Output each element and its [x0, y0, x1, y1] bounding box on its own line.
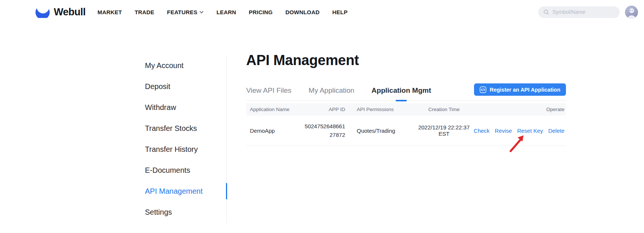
delete-link[interactable]: Delete — [548, 128, 564, 134]
tab-label: Application Mgmt — [372, 86, 431, 94]
webull-crescent-icon — [35, 6, 50, 18]
sidebar-item-transfer-history[interactable]: Transfer History — [145, 139, 226, 160]
cell-api-permissions: Quotes/Trading — [345, 128, 416, 134]
nav-item-help[interactable]: HELP — [332, 9, 348, 15]
search-input[interactable] — [552, 9, 609, 15]
nav-label: PRICING — [249, 9, 273, 15]
check-link[interactable]: Check — [474, 128, 490, 134]
sidebar-item-withdraw[interactable]: Withdraw — [145, 97, 226, 118]
register-button-label: Register an API Application — [490, 87, 560, 93]
sidebar-item-my-account[interactable]: My Account — [145, 55, 226, 76]
nav-item-market[interactable]: MARKET — [97, 9, 122, 15]
nav-label: HELP — [332, 9, 348, 15]
code-icon — [480, 86, 486, 93]
red-annotation-arrow-icon — [507, 132, 529, 153]
sidebar-item-label: E-Documents — [145, 166, 190, 175]
sidebar-item-label: Settings — [145, 208, 172, 217]
sidebar-item-label: Withdraw — [145, 103, 176, 112]
nav-item-pricing[interactable]: PRICING — [249, 9, 273, 15]
top-navigation: Webull MARKET TRADE FEATURES LEARN PRICI… — [0, 0, 644, 24]
sidebar-item-label: Transfer Stocks — [145, 124, 197, 133]
col-app-id: APP ID — [302, 107, 345, 112]
search-icon — [544, 9, 549, 15]
cell-app-id: 502475264866127872 — [302, 122, 345, 140]
content-area: My Account Deposit Withdraw Transfer Sto… — [0, 24, 644, 223]
chevron-down-icon — [199, 11, 204, 13]
col-creation-time: Creation Time — [416, 107, 472, 112]
sidebar-item-label: My Account — [145, 61, 183, 70]
table-row: DemoApp 502475264866127872 Quotes/Tradin… — [246, 116, 566, 146]
tab-my-application[interactable]: My Application — [309, 86, 354, 100]
page-title: API Management — [246, 52, 566, 68]
tab-bar: View API Files My Application Applicatio… — [246, 83, 566, 101]
main-menu: MARKET TRADE FEATURES LEARN PRICING DOWN… — [97, 9, 347, 15]
table-header: Application Name APP ID API Permissions … — [246, 103, 566, 116]
tab-application-mgmt[interactable]: Application Mgmt — [372, 86, 431, 100]
sidebar-item-label: Deposit — [145, 82, 170, 91]
col-operate: Operate — [472, 107, 566, 112]
webull-logo[interactable]: Webull — [35, 6, 86, 18]
reset-key-link[interactable]: Reset Key — [517, 128, 543, 134]
operate-links: Check Revise Reset Key Delete — [474, 128, 564, 134]
sidebar-item-deposit[interactable]: Deposit — [145, 76, 226, 97]
tab-label: View API Files — [246, 86, 291, 94]
api-applications-table: Application Name APP ID API Permissions … — [246, 103, 566, 146]
nav-label: TRADE — [134, 9, 154, 15]
tabs: View API Files My Application Applicatio… — [246, 86, 431, 100]
col-application-name: Application Name — [246, 107, 302, 112]
nav-label: DOWNLOAD — [285, 9, 320, 15]
cell-application-name: DemoApp — [246, 128, 302, 134]
account-sidebar: My Account Deposit Withdraw Transfer Sto… — [145, 55, 227, 223]
tab-label: My Application — [309, 86, 354, 94]
app-id-value: 502475264866127872 — [302, 122, 345, 140]
nav-label: LEARN — [216, 9, 236, 15]
sidebar-item-label: API Management — [145, 187, 203, 196]
tab-view-api-files[interactable]: View API Files — [246, 86, 291, 100]
revise-link[interactable]: Revise — [495, 128, 512, 134]
nav-item-trade[interactable]: TRADE — [134, 9, 154, 15]
main-panel: API Management View API Files My Applica… — [227, 24, 566, 146]
nav-label: MARKET — [97, 9, 122, 15]
sidebar-item-api-management[interactable]: API Management — [145, 181, 226, 202]
nav-item-download[interactable]: DOWNLOAD — [285, 9, 320, 15]
sidebar-item-settings[interactable]: Settings — [145, 202, 226, 223]
register-api-application-button[interactable]: Register an API Application — [474, 83, 566, 96]
col-api-permissions: API Permissions — [345, 107, 416, 112]
brand-name: Webull — [54, 6, 86, 18]
sidebar-item-transfer-stocks[interactable]: Transfer Stocks — [145, 118, 226, 139]
user-avatar[interactable] — [625, 6, 638, 19]
cell-operate: Check Revise Reset Key Delete — [472, 128, 566, 134]
cell-creation-time: 2022/12/19 22:22:37 EST — [416, 124, 472, 137]
nav-item-features[interactable]: FEATURES — [167, 9, 204, 15]
sidebar-item-label: Transfer History — [145, 145, 198, 154]
sidebar-item-e-documents[interactable]: E-Documents — [145, 160, 226, 181]
nav-item-learn[interactable]: LEARN — [216, 9, 236, 15]
nav-label: FEATURES — [167, 9, 197, 15]
symbol-search[interactable] — [538, 6, 620, 18]
